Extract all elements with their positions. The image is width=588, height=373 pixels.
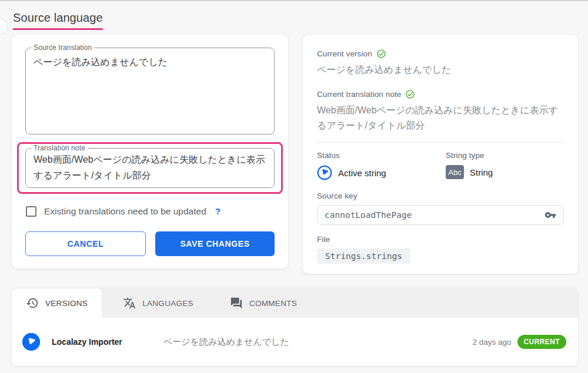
source-translation-field: Source translation ページを読み込めませんでした — [25, 48, 275, 135]
activity-card: VERSIONS LANGUAGES COMMENTS Localazy Imp… — [12, 288, 578, 366]
source-translation-input[interactable]: ページを読み込めませんでした — [25, 48, 275, 135]
update-translations-checkbox[interactable] — [26, 206, 36, 217]
current-note-text: Web画面/Webページの読み込みに失敗したときに表示するアラート/タイトル部分 — [317, 103, 564, 133]
abc-type-icon: Abc — [446, 165, 464, 179]
string-details-card: Current version ページを読み込めませんでした Current t… — [303, 35, 578, 274]
translate-icon — [123, 297, 136, 310]
localazy-importer-avatar — [22, 333, 40, 351]
source-editor-card: Source translation ページを読み込めませんでした Transl… — [12, 35, 288, 268]
source-language-page: Source language Source translation ページを読… — [0, 0, 588, 373]
source-key-input[interactable] — [325, 210, 544, 220]
source-key-label: Source key — [317, 191, 358, 200]
translation-note-highlight: Translation note Web画面/Webページの読み込みに失敗したと… — [17, 142, 283, 194]
source-translation-label: Source translation — [31, 43, 94, 52]
tab-languages-label: LANGUAGES — [142, 299, 193, 308]
activity-tabbar: VERSIONS LANGUAGES COMMENTS — [12, 288, 578, 318]
current-version-label: Current version — [317, 49, 372, 58]
version-time: 2 days ago — [472, 338, 511, 347]
localazy-status-icon — [317, 165, 332, 180]
update-translations-label: Existing translations need to be updated — [44, 206, 206, 217]
tab-versions[interactable]: VERSIONS — [12, 288, 102, 318]
string-type-label: String type — [446, 151, 485, 160]
translation-note-input[interactable]: Web画面/Webページの読み込みに失敗したときに表示するアラート/タイトル部分 — [25, 148, 275, 188]
details-divider — [317, 142, 564, 143]
check-circle-icon — [376, 49, 386, 59]
tab-comments-label: COMMENTS — [249, 299, 297, 308]
file-label: File — [317, 235, 330, 244]
forum-icon — [230, 297, 243, 310]
cancel-button[interactable]: CANCEL — [25, 231, 146, 256]
tab-versions-label: VERSIONS — [45, 299, 88, 308]
status-value: Active string — [338, 168, 386, 178]
help-link[interactable]: ? — [215, 206, 220, 217]
tab-comments[interactable]: COMMENTS — [216, 288, 311, 318]
update-translations-row: Existing translations need to be updated… — [26, 204, 275, 219]
translation-note-label: Translation note — [31, 144, 88, 152]
history-icon — [26, 297, 39, 310]
key-icon — [544, 209, 556, 221]
check-circle-icon — [405, 89, 415, 99]
version-text: ページを読み込めませんでした — [163, 337, 289, 348]
tab-languages[interactable]: LANGUAGES — [109, 288, 208, 318]
string-type-value: String — [470, 167, 493, 177]
top-divider — [0, 0, 588, 1]
save-changes-button[interactable]: SAVE CHANGES — [155, 231, 275, 256]
version-author: Localazy Importer — [52, 337, 152, 347]
current-badge: CURRENT — [517, 335, 566, 349]
current-version-text: ページを読み込めませんでした — [317, 62, 564, 78]
file-chip: Strings.strings — [317, 248, 410, 264]
source-key-field — [317, 205, 564, 225]
page-title: Source language — [13, 11, 103, 30]
translation-note-field: Translation note Web画面/Webページの読み込みに失敗したと… — [25, 148, 275, 188]
status-label: Status — [317, 151, 340, 160]
version-list-item[interactable]: Localazy Importer ページを読み込めませんでした 2 days … — [12, 318, 578, 366]
current-note-label: Current translation note — [317, 90, 401, 99]
